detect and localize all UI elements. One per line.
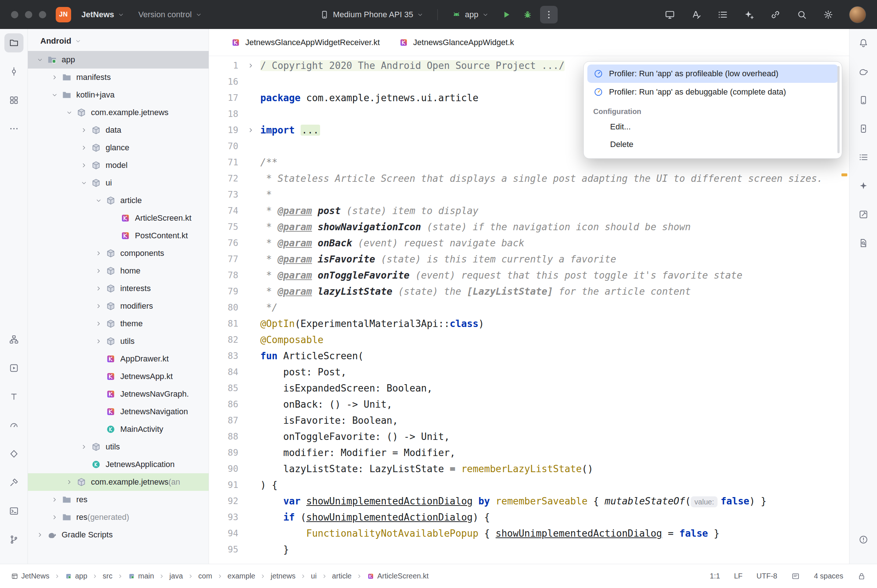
editor-tab[interactable]: JetnewsGlanceAppWidgetReceiver.kt [222, 29, 389, 56]
app-inspection-icon[interactable] [854, 205, 873, 224]
vcs-widget[interactable]: Version control [133, 5, 207, 24]
running-devices-icon[interactable] [854, 119, 873, 138]
project-widget[interactable]: JetNews [76, 5, 129, 24]
tree-item-articlescreen-kt[interactable]: ArticleScreen.kt [28, 209, 208, 227]
code-line[interactable]: 94 FunctionalityNotAvailablePopup { show… [209, 525, 849, 542]
gemini-icon[interactable] [854, 176, 873, 195]
tree-item-jetnewsapplication[interactable]: JetnewsApplication [28, 456, 208, 473]
ai-assistant-icon[interactable] [744, 9, 754, 20]
close-window-button[interactable] [11, 11, 18, 18]
chevron-right-icon[interactable] [91, 285, 106, 292]
code-line[interactable]: 83fun ArticleScreen( [209, 348, 849, 364]
device-selector[interactable]: Medium Phone API 35 [320, 5, 429, 24]
tree-item-theme[interactable]: theme [28, 315, 208, 333]
encoding[interactable]: UTF-8 [756, 572, 777, 580]
code-line[interactable]: 79 * @param lazyListState (state) the [L… [209, 284, 849, 300]
breadcrumb-item[interactable]: jetnews [271, 572, 295, 580]
build-icon[interactable] [4, 473, 24, 492]
tree-item-res[interactable]: res [28, 491, 208, 508]
tree-item-data[interactable]: data [28, 122, 208, 139]
tree-item-kotlin-java[interactable]: kotlin+java [28, 86, 208, 104]
editor-tab[interactable]: JetnewsGlanceAppWidget.k [389, 29, 523, 56]
code-line[interactable]: 95 } [209, 542, 849, 558]
tree-item-appdrawer-kt[interactable]: AppDrawer.kt [28, 350, 208, 368]
code-line[interactable]: 82@Composable [209, 332, 849, 348]
tree-item-utils[interactable]: utils [28, 333, 208, 350]
tree-item-res[interactable]: res (generated) [28, 508, 208, 526]
more-tool-windows-icon[interactable] [4, 119, 24, 138]
code-line[interactable]: 81@OptIn(ExperimentalMaterial3Api::class… [209, 316, 849, 332]
popup-action-edit[interactable]: Edit... [588, 118, 838, 136]
chevron-right-icon[interactable] [91, 268, 106, 274]
breadcrumb-item[interactable]: main [128, 572, 154, 580]
breadcrumb-item[interactable]: JetNews [11, 572, 49, 580]
tree-item-components[interactable]: components [28, 244, 208, 262]
code-line[interactable]: 72 * Stateless Article Screen that displ… [209, 171, 849, 187]
tree-item-app[interactable]: app [28, 51, 208, 69]
code-line[interactable]: 80 */ [209, 300, 849, 316]
code-line[interactable]: 92 var showUnimplementedActionDialog by … [209, 493, 849, 509]
structure-icon[interactable] [4, 90, 24, 110]
code-line[interactable]: 86 onBack: () -> Unit, [209, 396, 849, 412]
services-icon[interactable] [4, 358, 24, 378]
breadcrumb-item[interactable]: app [65, 572, 87, 580]
code-line[interactable]: 87 isFavorite: Boolean, [209, 412, 849, 429]
build-variants-icon[interactable] [854, 148, 873, 167]
device-manager-icon[interactable] [854, 90, 873, 110]
popup-scrollbar[interactable] [837, 66, 840, 153]
todo-icon[interactable] [4, 387, 24, 406]
tree-item-jetnewsnavgraph-[interactable]: JetnewsNavGraph. [28, 385, 208, 403]
tree-item-postcontent-kt[interactable]: PostContent.kt [28, 227, 208, 244]
code-line[interactable]: 88 onToggleFavorite: () -> Unit, [209, 429, 849, 445]
tree-item-jetnewsapp-kt[interactable]: JetnewsApp.kt [28, 368, 208, 385]
find-icon[interactable] [854, 234, 873, 253]
line-separator[interactable]: LF [734, 572, 742, 580]
breadcrumb-item[interactable]: ArticleScreen.kt [367, 572, 429, 580]
chevron-right-icon[interactable] [91, 303, 106, 309]
sitemap-icon[interactable] [4, 330, 24, 349]
profiler-icon[interactable] [4, 416, 24, 435]
code-line[interactable]: 93 if (showUnimplementedActionDialog) { [209, 509, 849, 525]
tree-item-article[interactable]: article [28, 192, 208, 209]
breadcrumb-item[interactable]: src [103, 572, 112, 580]
chevron-right-icon[interactable] [33, 531, 47, 538]
code-assist-icon[interactable] [691, 9, 702, 20]
chevron-right-icon[interactable] [48, 74, 61, 81]
breadcrumb-item[interactable]: example [228, 572, 256, 580]
scrollbar-warning-mark[interactable] [841, 173, 847, 176]
app-quality-insights-icon[interactable] [4, 444, 24, 464]
chevron-right-icon[interactable] [77, 127, 91, 134]
code-line[interactable]: 73 * [209, 187, 849, 203]
chevron-right-icon[interactable] [77, 444, 91, 450]
fold-arrow-icon[interactable] [241, 57, 260, 74]
popup-action-delete[interactable]: Delete [588, 136, 838, 153]
code-line[interactable]: 77 * @param isFavorite (state) is this i… [209, 251, 849, 267]
link-icon[interactable] [770, 9, 781, 20]
chevron-down-icon[interactable] [77, 180, 91, 186]
chevron-down-icon[interactable] [33, 57, 47, 63]
caret-position[interactable]: 1:1 [710, 572, 720, 580]
project-icon[interactable] [4, 33, 24, 52]
code-line[interactable]: 90 lazyListState: LazyListState = rememb… [209, 461, 849, 477]
lock-icon[interactable] [857, 572, 866, 580]
breadcrumb-item[interactable]: com [198, 572, 212, 580]
breadcrumb-item[interactable]: java [169, 572, 183, 580]
chevron-down-icon[interactable] [62, 109, 76, 116]
run-configuration-selector[interactable]: app [447, 5, 494, 24]
tree-item-com-example-jetnews[interactable]: com.example.jetnews [28, 104, 208, 122]
popup-item-profile-low-overhead[interactable]: Profiler: Run 'app' as profileable (low … [588, 64, 838, 83]
chevron-right-icon[interactable] [77, 144, 91, 151]
problems-icon[interactable] [854, 530, 873, 549]
gradle-icon[interactable] [854, 62, 873, 81]
chevron-right-icon[interactable] [91, 250, 106, 256]
tree-item-home[interactable]: home [28, 262, 208, 280]
checklist-icon[interactable] [717, 9, 728, 20]
tree-item-gradle-scripts[interactable]: Gradle Scripts [28, 526, 208, 544]
tree-item-jetnewsnavigation[interactable]: JetnewsNavigation [28, 403, 208, 420]
tree-item-manifests[interactable]: manifests [28, 69, 208, 86]
chevron-right-icon[interactable] [91, 320, 106, 327]
popup-item-profile-debuggable[interactable]: Profiler: Run 'app' as debuggable (compl… [588, 83, 838, 101]
code-line[interactable]: 74 * @param post (state) item to display [209, 203, 849, 219]
search-icon[interactable] [796, 9, 807, 20]
chevron-right-icon[interactable] [48, 496, 61, 503]
